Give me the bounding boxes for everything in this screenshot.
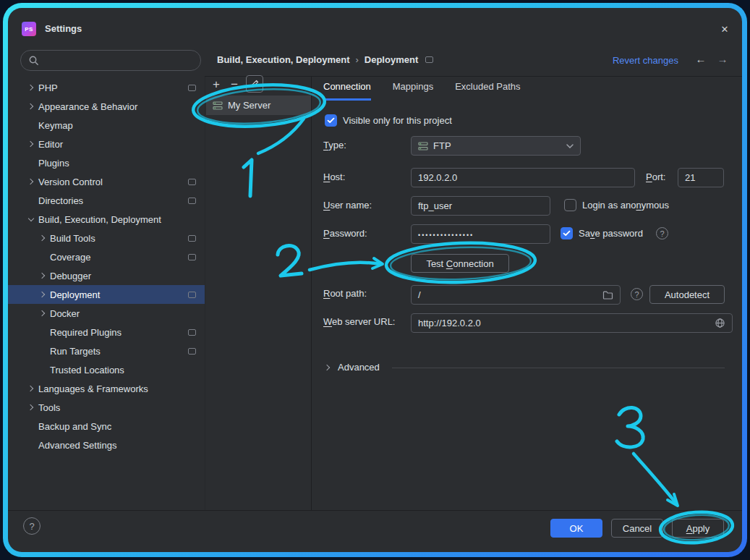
server-list-item-my-server[interactable]: My Server	[206, 96, 311, 115]
root-path-input[interactable]: /	[411, 285, 621, 305]
chevron-right-icon[interactable]	[24, 80, 38, 95]
chevron-down-icon[interactable]	[24, 212, 38, 226]
chevron-right-icon[interactable]	[24, 381, 38, 396]
add-server-button[interactable]: +	[210, 77, 223, 90]
sidebar-item-deployment[interactable]: Deployment	[8, 285, 205, 304]
sidebar-item-docker[interactable]: Docker	[8, 304, 205, 323]
tab-connection[interactable]: Connection	[323, 81, 371, 101]
chevron-right-icon[interactable]	[35, 287, 50, 302]
chevron-spacer	[35, 325, 50, 339]
test-connection-label: Test Connection	[426, 258, 493, 269]
sidebar-item-appearance-behavior[interactable]: Appearance & Behavior	[8, 97, 205, 116]
port-input[interactable]: 21	[678, 168, 724, 187]
apply-label: Apply	[686, 523, 710, 534]
tab-mappings[interactable]: Mappings	[393, 81, 433, 101]
login-anonymous-checkbox[interactable]	[564, 199, 576, 211]
close-icon[interactable]: ✕	[716, 20, 733, 38]
autodetect-label: Autodetect	[665, 289, 709, 300]
settings-search[interactable]	[20, 50, 201, 71]
test-connection-button[interactable]: Test Connection	[411, 254, 509, 273]
host-value: 192.0.2.0	[418, 172, 457, 183]
chevron-down-icon	[566, 144, 574, 148]
ok-button[interactable]: OK	[550, 519, 602, 538]
sidebar-item-label: Editor	[38, 139, 63, 150]
folder-icon[interactable]	[602, 290, 613, 300]
sidebar-item-directories[interactable]: Directories	[8, 191, 205, 210]
sidebar-item-advanced-settings[interactable]: Advanced Settings	[8, 436, 205, 454]
login-anonymous-label[interactable]: Login as anonymous	[582, 200, 669, 211]
type-label: Type:	[323, 140, 346, 150]
save-password-checkbox[interactable]	[561, 227, 573, 239]
breadcrumb-separator: ›	[355, 54, 358, 65]
chevron-right-icon[interactable]	[24, 174, 38, 189]
password-help-icon[interactable]: ?	[656, 227, 668, 239]
sidebar-item-run-targets[interactable]: Run Targets	[8, 341, 205, 360]
help-button[interactable]: ?	[23, 517, 41, 535]
sidebar-item-tools[interactable]: Tools	[8, 398, 205, 417]
chevron-spacer	[24, 193, 38, 208]
chevron-right-icon[interactable]	[24, 400, 38, 415]
settings-tree: PHP Appearance & Behavior Keymap Editor …	[8, 78, 205, 454]
panel-divider	[311, 76, 312, 510]
sidebar-item-plugins[interactable]: Plugins	[8, 153, 205, 172]
modified-indicator-icon	[188, 348, 196, 355]
chevron-right-icon[interactable]	[24, 137, 38, 151]
sidebar-item-php[interactable]: PHP	[8, 78, 205, 97]
sidebar-item-coverage[interactable]: Coverage	[8, 247, 205, 266]
advanced-label: Advanced	[338, 362, 380, 373]
sidebar-item-keymap[interactable]: Keymap	[8, 116, 205, 135]
sidebar-item-languages-frameworks[interactable]: Languages & Frameworks	[8, 379, 205, 398]
save-password-label[interactable]: Save password	[579, 228, 643, 239]
sidebar-item-trusted-locations[interactable]: Trusted Locations	[8, 360, 205, 379]
host-input[interactable]: 192.0.2.0	[411, 168, 635, 187]
password-input[interactable]: •••••••••••••••	[411, 224, 550, 244]
forward-arrow-button[interactable]: →	[716, 53, 729, 65]
sidebar-item-build-execution-deployment[interactable]: Build, Execution, Deployment	[8, 210, 205, 229]
settings-dialog: PS Settings ✕ Build, Execution, Deployme…	[8, 8, 742, 552]
chevron-right-icon[interactable]	[35, 306, 50, 321]
chevron-spacer	[24, 438, 38, 452]
screenshot-frame: PS Settings ✕ Build, Execution, Deployme…	[3, 3, 747, 557]
host-label: Host:	[323, 171, 345, 182]
remove-server-button[interactable]: −	[228, 77, 241, 90]
sidebar-item-debugger[interactable]: Debugger	[8, 266, 205, 285]
apply-button[interactable]: Apply	[672, 519, 724, 538]
sidebar-item-label: Required Plugins	[50, 327, 122, 338]
autodetect-button[interactable]: Autodetect	[649, 285, 725, 304]
root-path-help-icon[interactable]: ?	[631, 288, 643, 300]
advanced-toggle[interactable]: Advanced	[324, 362, 380, 373]
sidebar-item-version-control[interactable]: Version Control	[8, 172, 205, 191]
edit-server-button[interactable]	[246, 75, 263, 93]
visible-only-label[interactable]: Visible only for this project	[343, 115, 452, 126]
tab-excluded-paths[interactable]: Excluded Paths	[455, 81, 520, 101]
web-server-url-input[interactable]: http://192.0.2.0	[411, 313, 733, 333]
breadcrumb-current[interactable]: Deployment	[365, 54, 418, 65]
tree-divider	[205, 76, 205, 510]
sidebar-item-label: Languages & Frameworks	[38, 383, 148, 394]
user-name-input[interactable]: ftp_user	[411, 196, 550, 216]
search-input[interactable]	[43, 54, 193, 67]
globe-icon[interactable]	[715, 318, 725, 328]
chevron-right-icon[interactable]	[24, 99, 38, 114]
sidebar-item-build-tools[interactable]: Build Tools	[8, 229, 205, 247]
sidebar-item-label: Run Targets	[50, 346, 101, 357]
type-select[interactable]: FTP	[411, 136, 581, 156]
sidebar-item-required-plugins[interactable]: Required Plugins	[8, 323, 205, 341]
chevron-right-icon[interactable]	[35, 268, 50, 283]
sidebar-item-backup-and-sync[interactable]: Backup and Sync	[8, 417, 205, 436]
search-icon	[28, 55, 39, 66]
sidebar-item-editor[interactable]: Editor	[8, 135, 205, 153]
breadcrumb-parent[interactable]: Build, Execution, Deployment	[217, 54, 349, 65]
cancel-label: Cancel	[623, 523, 652, 534]
advanced-divider	[392, 368, 725, 368]
sidebar-item-label: Debugger	[50, 271, 91, 281]
root-path-value: /	[418, 289, 421, 300]
revert-changes-link[interactable]: Revert changes	[613, 55, 678, 66]
cancel-button[interactable]: Cancel	[611, 519, 663, 538]
visible-only-checkbox[interactable]	[325, 114, 337, 127]
footer-divider	[8, 510, 742, 511]
chevron-right-icon[interactable]	[35, 231, 50, 245]
back-arrow-button[interactable]: ←	[694, 53, 707, 65]
modified-indicator-icon	[188, 292, 196, 298]
chevron-spacer	[35, 362, 50, 377]
